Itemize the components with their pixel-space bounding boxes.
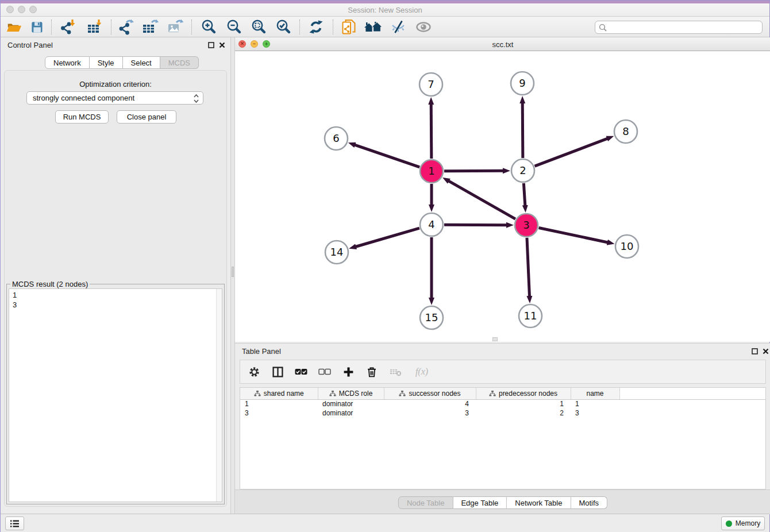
float-panel-button[interactable] [207,41,215,49]
table-cell[interactable]: 4 [384,399,476,408]
graph-node-1[interactable]: 1 [420,160,443,183]
tab-mcds[interactable]: MCDS [160,56,199,69]
network-window-titlebar: ✕ − ＋ scc.txt [235,37,770,51]
table-row[interactable]: 3dominator323 [240,408,765,418]
deselect-all-button[interactable] [318,365,332,378]
graph-edge-4-3[interactable] [444,225,507,225]
import-network-button[interactable] [58,18,78,36]
splitter-grip[interactable] [232,267,234,277]
table-header-row: shared name MCDS role successor nodes pr… [240,388,765,399]
table-cell[interactable]: 3 [240,408,318,418]
search-input[interactable] [607,22,762,33]
zoom-out-button[interactable] [224,18,244,36]
open-folder-icon [6,19,22,35]
duplicate-network-button[interactable] [339,18,359,36]
table-cell[interactable]: 1 [571,399,619,408]
toggle-columns-button[interactable] [271,365,284,378]
tab-network[interactable]: Network [45,56,90,69]
delete-table-button[interactable] [388,365,402,378]
graph-node-8[interactable]: 8 [614,120,637,143]
canvas-grip[interactable] [492,337,498,341]
column-header-successor-nodes[interactable]: successor nodes [384,388,476,399]
graph-edge-2-9[interactable] [522,103,523,158]
graph-edge-2-8[interactable] [535,138,608,166]
zoom-selected-button[interactable] [274,18,293,36]
tab-style[interactable]: Style [90,56,123,69]
refresh-view-button[interactable] [306,18,326,36]
graph-edge-3-10[interactable] [539,228,608,242]
graph-edge-2-3[interactable] [523,183,525,206]
graph-node-4[interactable]: 4 [420,213,443,236]
graph-node-6[interactable]: 6 [325,127,348,150]
export-network-button[interactable] [116,18,136,36]
svg-text:9: 9 [519,77,525,89]
mcds-result-text[interactable]: 1 3 [9,288,222,502]
graph-node-7[interactable]: 7 [419,73,442,96]
column-header-mcds-role[interactable]: MCDS role [318,388,384,399]
run-mcds-button[interactable]: Run MCDS [55,110,109,124]
tab-node-table[interactable]: Node Table [398,496,453,509]
graph-node-15[interactable]: 15 [420,306,443,329]
graph-node-3[interactable]: 3 [515,214,538,237]
close-panel-icon-button[interactable] [218,41,226,49]
select-all-button[interactable] [294,365,308,378]
add-entry-button[interactable] [341,365,355,378]
float-table-panel-button[interactable] [751,348,759,355]
function-builder-button[interactable]: f(x) [412,365,432,378]
memory-button[interactable]: Memory [721,516,765,530]
dropdown-stepper-icon [194,94,199,103]
column-header-shared-name[interactable]: shared name [240,388,318,399]
table-settings-button[interactable] [247,365,261,378]
table-cell[interactable]: dominator [318,408,384,418]
close-table-panel-button[interactable] [762,348,769,355]
result-scrollbar[interactable] [216,289,222,502]
column-header-name[interactable]: name [571,388,619,399]
show-all-button[interactable] [414,18,433,36]
vertical-splitter[interactable] [230,37,235,514]
mcds-result-title: MCDS result (2 nodes) [10,280,90,288]
table-row[interactable]: 1dominator411 [240,399,765,408]
graph-node-14[interactable]: 14 [325,241,348,264]
zoom-fit-button[interactable] [249,18,268,36]
export-table-button[interactable] [140,18,160,36]
tab-network-table[interactable]: Network Table [507,496,571,509]
graph-node-2[interactable]: 2 [511,159,534,182]
svg-text:14: 14 [330,246,344,258]
graph-edge-1-7[interactable] [431,104,432,159]
graph-node-10[interactable]: 10 [615,235,638,258]
search-box [595,21,763,34]
tab-motifs[interactable]: Motifs [571,496,607,509]
export-image-button[interactable] [165,18,185,36]
table-cell[interactable]: dominator [318,399,384,408]
save-session-button[interactable] [27,18,47,36]
zoom-in-button[interactable] [199,18,218,36]
tab-edge-table[interactable]: Edge Table [453,496,507,509]
graph-edge-1-2[interactable] [444,171,503,171]
table-cell[interactable]: 1 [476,399,571,408]
graph-edge-1-6[interactable] [355,145,419,167]
graph-node-11[interactable]: 11 [519,304,542,327]
tab-select[interactable]: Select [123,56,160,69]
hide-selected-button[interactable] [388,18,408,36]
table-cell[interactable]: 2 [476,408,571,418]
svg-text:4: 4 [428,218,434,230]
home-button[interactable] [363,18,383,36]
network-graph[interactable]: 7968124314101511 [235,51,770,342]
close-panel-button[interactable]: Close panel [117,110,176,124]
criterion-dropdown[interactable]: strongly connected component [26,91,203,105]
open-session-button[interactable] [4,18,24,36]
task-history-button[interactable] [5,516,24,530]
delete-entry-button[interactable] [365,365,379,378]
table-cell[interactable]: 3 [571,408,619,418]
import-table-button[interactable] [84,18,104,36]
toolbar-separator [299,20,300,34]
graph-edge-4-14[interactable] [356,228,419,246]
table-cell[interactable]: 3 [384,408,476,418]
graph-edge-3-11[interactable] [527,238,530,296]
column-header-predecessor-nodes[interactable]: predecessor nodes [476,388,571,399]
graph-edge-3-1[interactable] [449,181,515,219]
zoom-fit-icon [250,18,267,36]
graph-node-9[interactable]: 9 [511,72,534,95]
table-cell[interactable]: 1 [240,399,318,408]
control-panel-title: Control Panel [7,41,53,49]
